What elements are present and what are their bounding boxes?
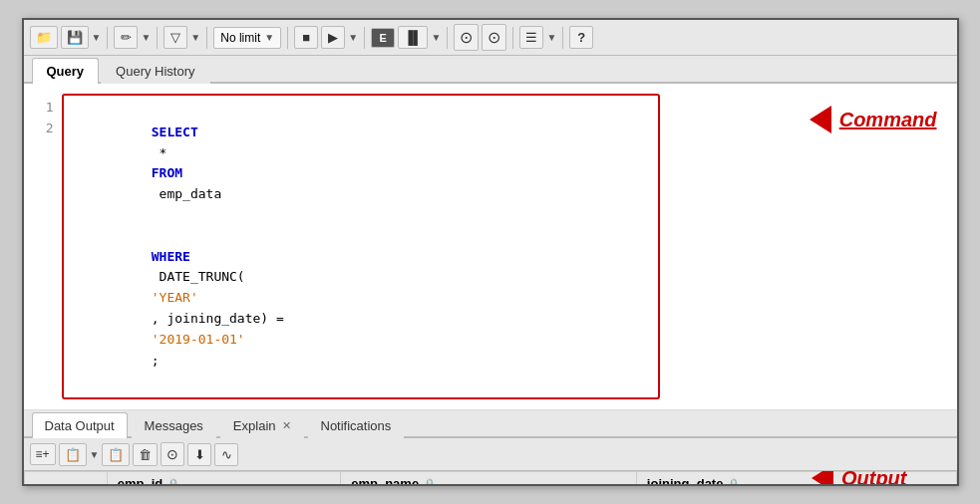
explain-close[interactable]: ✕ <box>282 419 291 432</box>
explain-button[interactable]: E <box>371 28 395 48</box>
save-button[interactable]: 💾 <box>61 26 89 49</box>
str-year: 'YEAR' <box>152 290 198 305</box>
emp-id-header: emp_id🔒 smallint <box>107 472 340 484</box>
line-num-2: 2 <box>40 119 54 139</box>
help-button[interactable]: ? <box>569 26 593 49</box>
sep3 <box>206 27 207 49</box>
tab-query-history[interactable]: Query History <box>101 58 209 84</box>
tab-messages[interactable]: Messages <box>132 412 216 438</box>
db-button[interactable]: ⊙ <box>161 442 184 466</box>
str-date: '2019-01-01' <box>152 332 245 347</box>
code-line-2: WHERE DATE_TRUNC( 'YEAR' , joining_date)… <box>74 226 648 391</box>
no-limit-label: No limit <box>220 31 260 45</box>
col-emp-name-name: emp_name <box>351 476 419 484</box>
download-button[interactable]: ⬇ <box>187 443 211 466</box>
delete-button[interactable]: 🗑 <box>133 443 158 466</box>
sep6 <box>447 27 448 49</box>
sep2 <box>157 27 158 49</box>
filter-dropdown-arrow[interactable]: ▼ <box>190 32 200 43</box>
add-row-button[interactable]: ≡+ <box>30 443 56 465</box>
output-area: emp_id🔒 smallint emp_name🔒 text joining_… <box>24 471 957 484</box>
kw-from: FROM <box>152 165 182 180</box>
sep1 <box>107 27 108 49</box>
chart-dropdown-arrow[interactable]: ▼ <box>431 32 441 43</box>
stop-button[interactable]: ■ <box>294 26 318 49</box>
lock-icon-2: 🔒 <box>423 478 437 484</box>
tab-notifications[interactable]: Notifications <box>308 412 405 438</box>
tab-explain[interactable]: Explain ✕ <box>220 412 304 438</box>
no-limit-dropdown[interactable]: No limit ▼ <box>213 27 281 49</box>
output-label-area: Output <box>812 471 907 484</box>
graph-button[interactable]: ∿ <box>214 443 238 466</box>
list-dropdown-arrow[interactable]: ▼ <box>546 32 556 43</box>
output-arrow <box>812 471 833 484</box>
line-num-1: 1 <box>40 98 54 119</box>
edit-dropdown-arrow[interactable]: ▼ <box>141 32 151 43</box>
list-button[interactable]: ☰ <box>519 26 543 49</box>
tab-query[interactable]: Query <box>32 58 100 84</box>
joining-date-header: joining_date🔒 date <box>636 472 956 484</box>
sep4 <box>287 27 288 49</box>
query-tabs-row: Query Query History <box>24 56 957 84</box>
save-dropdown-arrow[interactable]: ▼ <box>92 32 102 43</box>
code-area[interactable]: SELECT * FROM emp_data WHERE DATE_TRUNC(… <box>62 94 660 399</box>
kw-where: WHERE <box>152 249 190 264</box>
storage1-button[interactable]: ⊙ <box>454 24 479 51</box>
col-emp-id-name: emp_id <box>118 476 163 484</box>
emp-name-header: emp_name🔒 text <box>341 472 637 484</box>
copy-button[interactable]: 📋 <box>59 443 87 466</box>
copy-dropdown-arrow[interactable]: ▼ <box>90 449 100 460</box>
line-numbers: 1 2 <box>32 94 62 399</box>
open-folder-button[interactable]: 📁 <box>30 26 58 49</box>
kw-select: SELECT <box>152 125 198 139</box>
code-line-1: SELECT * FROM emp_data <box>74 102 648 226</box>
lock-icon-3: 🔒 <box>727 478 741 484</box>
command-label-area: Command <box>810 106 937 133</box>
run-dropdown-arrow[interactable]: ▼ <box>348 32 358 43</box>
storage2-button[interactable]: ⊙ <box>482 24 506 51</box>
query-editor: 1 2 SELECT * FROM emp_data WHERE DATE_TR… <box>24 84 957 410</box>
output-label: Output <box>841 471 907 484</box>
paste-button[interactable]: 📋 <box>102 443 130 466</box>
lock-icon-1: 🔒 <box>166 478 180 484</box>
app-window: 📁 💾 ▼ ✏ ▼ ▽ ▼ No limit ▼ ■ ▶ ▼ E ▐▌ ▼ ⊙ … <box>22 18 959 486</box>
tab-data-output[interactable]: Data Output <box>32 412 128 438</box>
run-button[interactable]: ▶ <box>321 26 345 49</box>
command-arrow <box>810 106 831 133</box>
sep8 <box>562 27 563 49</box>
data-toolbar: ≡+ 📋 ▼ 📋 🗑 ⊙ ⬇ ∿ <box>24 438 957 471</box>
bottom-tabs-row: Data Output Messages Explain ✕ Notificat… <box>24 410 957 438</box>
editor-inner: 1 2 SELECT * FROM emp_data WHERE DATE_TR… <box>32 94 957 399</box>
edit-button[interactable]: ✏ <box>114 26 138 49</box>
chart-button[interactable]: ▐▌ <box>398 26 428 49</box>
bottom-section: Data Output Messages Explain ✕ Notificat… <box>24 410 957 484</box>
col-joining-date-name: joining_date <box>647 476 724 484</box>
row-num-header <box>24 472 107 484</box>
sep7 <box>512 27 513 49</box>
main-toolbar: 📁 💾 ▼ ✏ ▼ ▽ ▼ No limit ▼ ■ ▶ ▼ E ▐▌ ▼ ⊙ … <box>24 20 957 56</box>
filter-button[interactable]: ▽ <box>163 26 187 49</box>
sep5 <box>364 27 365 49</box>
command-label: Command <box>839 109 937 131</box>
